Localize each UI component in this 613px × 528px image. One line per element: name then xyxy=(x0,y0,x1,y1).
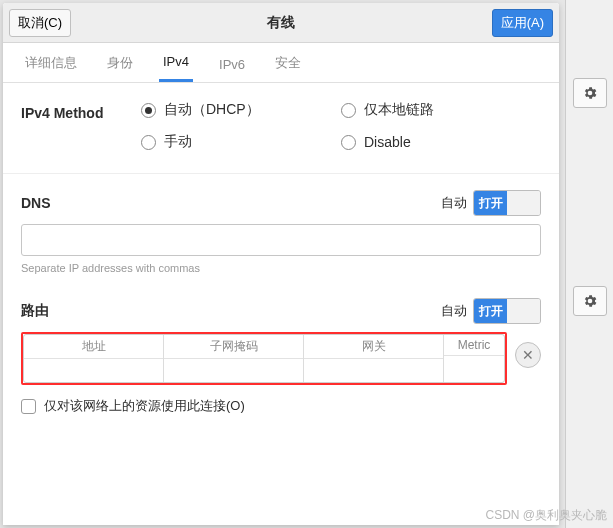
radio-manual[interactable]: 手动 xyxy=(141,133,341,151)
dns-header-row: DNS 自动 打开 xyxy=(21,190,541,216)
tab-identity[interactable]: 身份 xyxy=(103,44,137,82)
cancel-button[interactable]: 取消(C) xyxy=(9,9,71,37)
dns-auto-label: 自动 xyxy=(441,194,467,212)
radio-label: Disable xyxy=(364,134,411,150)
tab-ipv6[interactable]: IPv6 xyxy=(215,47,249,82)
route-cell[interactable] xyxy=(444,355,504,379)
only-this-network-checkbox[interactable] xyxy=(21,399,36,414)
route-col-header: Metric xyxy=(444,335,504,355)
dns-input[interactable] xyxy=(21,224,541,256)
settings-side-panel xyxy=(565,0,613,528)
route-table-highlight: 地址 子网掩码 网关 Metric xyxy=(21,332,507,385)
switch-off-segment xyxy=(507,299,540,323)
route-col-metric: Metric xyxy=(444,335,504,382)
switch-on-label: 打开 xyxy=(474,191,507,215)
radio-linklocal[interactable]: 仅本地链路 xyxy=(341,101,501,119)
route-col-gateway: 网关 xyxy=(304,335,444,382)
desktop-background: 取消(C) 有线 应用(A) 详细信息 身份 IPv4 IPv6 安全 IPv4… xyxy=(0,0,613,528)
tab-details[interactable]: 详细信息 xyxy=(21,44,81,82)
apply-button[interactable]: 应用(A) xyxy=(492,9,553,37)
tab-security[interactable]: 安全 xyxy=(271,44,305,82)
radio-dot-icon xyxy=(341,135,356,150)
ipv4-panel: IPv4 Method 自动（DHCP） 仅本地链路 手动 Disable DN… xyxy=(3,83,559,415)
ipv4-method-section: IPv4 Method 自动（DHCP） 仅本地链路 手动 Disable xyxy=(21,101,541,151)
dns-auto-switch[interactable]: 打开 xyxy=(473,190,541,216)
route-cell[interactable] xyxy=(304,358,443,382)
titlebar: 取消(C) 有线 应用(A) xyxy=(3,3,559,43)
radio-auto-dhcp[interactable]: 自动（DHCP） xyxy=(141,101,341,119)
ipv4-method-label: IPv4 Method xyxy=(21,101,141,121)
dns-auto-group: 自动 打开 xyxy=(441,190,541,216)
method-radio-group: 自动（DHCP） 仅本地链路 手动 Disable xyxy=(141,101,501,151)
route-col-header: 网关 xyxy=(304,335,443,358)
connection-dialog: 取消(C) 有线 应用(A) 详细信息 身份 IPv4 IPv6 安全 IPv4… xyxy=(3,3,559,525)
route-cell[interactable] xyxy=(164,358,303,382)
route-auto-group: 自动 打开 xyxy=(441,298,541,324)
route-auto-switch[interactable]: 打开 xyxy=(473,298,541,324)
route-label: 路由 xyxy=(21,302,49,320)
radio-disable[interactable]: Disable xyxy=(341,133,501,151)
route-col-netmask: 子网掩码 xyxy=(164,335,304,382)
dialog-title: 有线 xyxy=(267,14,295,32)
tab-bar: 详细信息 身份 IPv4 IPv6 安全 xyxy=(3,43,559,83)
radio-dot-icon xyxy=(141,103,156,118)
watermark: CSDN @奥利奥夹心脆 xyxy=(485,507,607,524)
dns-label: DNS xyxy=(21,195,51,211)
switch-off-segment xyxy=(507,191,540,215)
route-col-header: 子网掩码 xyxy=(164,335,303,358)
gear-button-1[interactable] xyxy=(573,78,607,108)
radio-dot-icon xyxy=(141,135,156,150)
only-this-network-label: 仅对该网络上的资源使用此连接(O) xyxy=(44,397,245,415)
switch-on-label: 打开 xyxy=(474,299,507,323)
tab-ipv4[interactable]: IPv4 xyxy=(159,44,193,82)
radio-label: 手动 xyxy=(164,133,192,151)
radio-dot-icon xyxy=(341,103,356,118)
divider xyxy=(3,173,559,174)
gear-icon xyxy=(582,85,598,101)
route-table: 地址 子网掩码 网关 Metric xyxy=(23,334,505,383)
route-delete-button[interactable]: ✕ xyxy=(515,342,541,368)
gear-icon xyxy=(582,293,598,309)
radio-label: 仅本地链路 xyxy=(364,101,434,119)
route-col-address: 地址 xyxy=(24,335,164,382)
close-icon: ✕ xyxy=(522,347,534,363)
route-auto-label: 自动 xyxy=(441,302,467,320)
radio-label: 自动（DHCP） xyxy=(164,101,260,119)
only-this-network-row: 仅对该网络上的资源使用此连接(O) xyxy=(21,397,541,415)
route-col-header: 地址 xyxy=(24,335,163,358)
gear-button-2[interactable] xyxy=(573,286,607,316)
route-header-row: 路由 自动 打开 xyxy=(21,298,541,324)
dns-hint: Separate IP addresses with commas xyxy=(21,262,541,274)
route-cell[interactable] xyxy=(24,358,163,382)
